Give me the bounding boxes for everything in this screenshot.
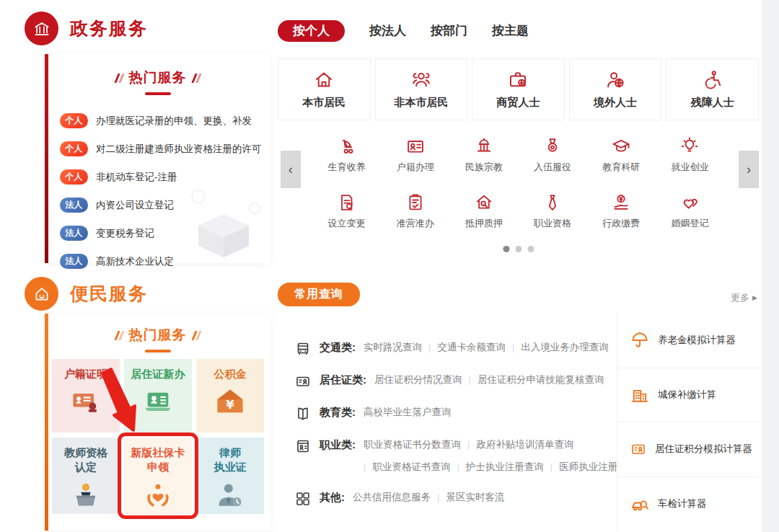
category-card-残障人士[interactable]: 残障人士 [666,58,759,120]
category-card-非本市居民[interactable]: 非本市居民 [375,58,468,120]
service-item-职业资格[interactable]: 职业资格 [518,192,586,237]
category-label: 商贸人士 [496,96,540,110]
carousel-prev-button[interactable]: ‹ [281,151,301,188]
service-tile-居住证新办[interactable]: 居住证新办 [124,359,192,433]
tab-按主题[interactable]: 按主题 [492,20,529,42]
hot-service-item[interactable]: 个人对二级注册建造师执业资格注册的许可 [45,135,270,163]
query-link-高校毕业生落户查询[interactable]: 高校毕业生落户查询 [364,404,452,420]
hot-service-label: 高新技术企业认定 [96,255,174,268]
service-item-教育科研[interactable]: 教育科研 [587,136,656,181]
carousel-dot[interactable] [527,246,534,252]
hot-service-item[interactable]: 法人高新技术企业认定 [45,247,270,275]
hot-service-label: 变更税务登记 [96,227,154,240]
calculator-label: 车检计算器 [658,497,707,510]
query-row: 其他:公共信用信息服务|景区实时客流 [294,489,617,507]
category-card-本市居民[interactable]: 本市居民 [278,58,371,120]
query-category: 居住证类: [320,372,366,388]
divider: | [364,459,366,475]
tab-按部门[interactable]: 按部门 [431,20,467,42]
slash-decoration [116,74,123,83]
category-card-商贸人士[interactable]: 商贸人士 [472,58,565,120]
calculator-车检计算器[interactable]: 车检计算器 [617,477,759,531]
divider: | [467,437,470,453]
query-link-公共信用信息服务[interactable]: 公共信用信息服务 [353,489,431,505]
service-item-行政缴费[interactable]: 行政缴费 [587,192,656,237]
tab-按个人[interactable]: 按个人 [278,20,345,42]
query-link-交通卡余额查询[interactable]: 交通卡余额查询 [437,340,506,355]
divider: | [428,340,431,355]
more-arrow-icon: ▶ [752,294,757,301]
hot-service-item[interactable]: 个人非机动车登记-注册 [45,163,270,191]
rescard-icon [630,440,647,458]
conv-hot-panel: 热门服务 户籍证明居住证新办公积金¥教师资格 认定新版社保卡 申领律师 执业证 [45,314,270,531]
service-item-准营准办[interactable]: 准营准办 [381,192,449,237]
service-tile-新版社保卡申领[interactable]: 新版社保卡 申领 [124,438,192,514]
category-card-境外人士[interactable]: 境外人士 [569,58,662,120]
service-item-民族宗教[interactable]: 民族宗教 [449,136,518,181]
carousel-dot[interactable] [515,246,521,252]
query-row: 职业类:职业资格证书分数查询|政府补贴培训清单查询|职业资格证书查询|护士执业注… [294,437,617,475]
calculator-城保补缴计算[interactable]: 城保补缴计算 [617,368,759,423]
hot-service-label: 办理就医记录册的申领、更换、补发 [96,115,252,128]
gov-services-panel: 本市居民非本市居民商贸人士境外人士残障人士 生育收养户籍办理民族宗教入伍服役教育… [278,54,759,263]
query-category: 交通类: [320,340,356,355]
service-item-抵押质押[interactable]: 抵押质押 [449,192,518,237]
gov-hot-header: 热门服务 [45,68,270,95]
hot-service-item[interactable]: 法人变更税务登记 [45,219,270,247]
service-item-户籍办理[interactable]: 户籍办理 [381,136,449,181]
personclock-icon [214,480,247,512]
tile-title: 律师 执业证 [214,445,247,475]
carousel-next-button[interactable]: › [739,151,759,188]
hot-service-item[interactable]: 法人内资公司设立登记 [45,191,270,219]
query-link-职业资格证书分数查询[interactable]: 职业资格证书分数查询 [364,437,461,453]
query-link-职业资格证书查询[interactable]: 职业资格证书查询 [372,459,450,475]
service-item-设立变更[interactable]: 设立变更 [312,192,381,237]
hot-service-item[interactable]: 个人办理就医记录册的申领、更换、补发 [45,107,270,135]
query-link-政府补贴培训清单查询[interactable]: 政府补贴培训清单查询 [476,437,573,453]
service-tile-教师资格认定[interactable]: 教师资格 认定 [52,438,120,514]
divider: | [550,459,553,475]
query-link-实时路况查询[interactable]: 实时路况查询 [364,340,422,355]
cardlaptop-icon [141,386,175,418]
bulb-icon [679,136,700,156]
bank-icon [32,19,51,38]
query-link-居住证积分申请技能复核查询[interactable]: 居住证积分申请技能复核查询 [477,372,604,388]
conv-hot-title: 热门服务 [129,326,187,345]
handsheart-icon [141,480,175,512]
tab-按法人[interactable]: 按法人 [369,20,406,42]
common-query-badge[interactable]: 常用查询 [278,283,360,306]
service-item-婚姻登记[interactable]: 婚姻登记 [656,192,724,237]
divider: | [469,372,471,388]
query-link-出入境业务办理查询[interactable]: 出入境业务办理查询 [521,340,609,355]
query-row: 交通类:实时路况查询|交通卡余额查询|出入境业务办理查询 [294,340,617,358]
briefcase-icon [507,69,529,91]
divider: | [457,459,459,475]
gov-section-header: 政务服务 [25,12,148,45]
personal-badge: 个人 [60,141,88,156]
query-links: 职业资格证书分数查询|政府补贴培训清单查询|职业资格证书查询|护士执业注册查询|… [364,437,637,475]
slash-decoration [193,331,200,340]
tile-title: 新版社保卡 申领 [131,445,185,475]
service-tile-公积金[interactable]: 公积金¥ [196,359,264,433]
more-link[interactable]: 更多 ▶ [731,291,757,304]
home-icon [313,69,335,91]
conv-section-title: 便民服务 [70,282,148,306]
service-item-就业创业[interactable]: 就业创业 [656,136,724,181]
gov-hot-title: 热门服务 [129,68,187,87]
idstamp-icon [69,386,102,418]
tile-title: 教师资格 认定 [64,445,107,475]
carousel-dot[interactable] [503,246,509,252]
query-link-景区实时客流[interactable]: 景区实时客流 [446,489,504,505]
service-item-入伍服役[interactable]: 入伍服役 [518,136,586,181]
calculator-居住证积分模拟计算器[interactable]: 居住证积分模拟计算器 [617,422,759,477]
hot-service-label: 对二级注册建造师执业资格注册的许可 [96,143,262,156]
gov-section-title: 政务服务 [70,17,148,40]
service-tile-律师执业证[interactable]: 律师 执业证 [196,438,264,514]
query-link-居住证积分情况查询[interactable]: 居住证积分情况查询 [374,372,462,388]
calculator-养老金模拟计算器[interactable]: 养老金模拟计算器 [617,314,759,368]
service-tile-户籍证明[interactable]: 户籍证明 [52,359,120,433]
service-item-生育收养[interactable]: 生育收养 [312,136,381,181]
legal-badge: 法人 [60,226,88,241]
query-link-护士执业注册查询[interactable]: 护士执业注册查询 [466,459,544,475]
legal-badge: 法人 [60,198,88,213]
